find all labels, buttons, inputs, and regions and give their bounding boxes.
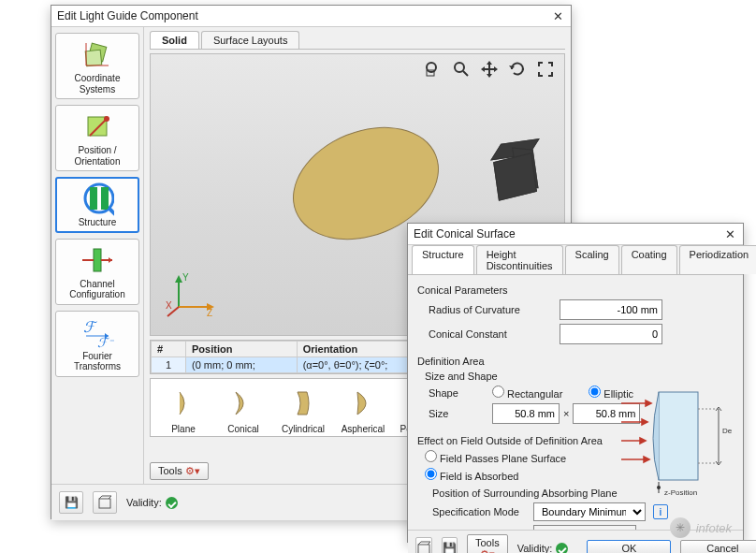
svg-marker-26	[481, 66, 485, 72]
gallery-label: Plane	[171, 424, 196, 434]
close-icon[interactable]: ✕	[550, 8, 565, 23]
size-w-input[interactable]	[492, 403, 560, 424]
save-icon[interactable]: 💾	[442, 537, 458, 553]
svg-text:Y: Y	[182, 272, 189, 283]
cell-pos: (0 mm; 0 mm;	[186, 357, 298, 373]
channel-icon	[80, 243, 114, 277]
col-idx[interactable]: #	[152, 342, 186, 357]
svg-marker-40	[646, 400, 651, 406]
sidebar-item-position[interactable]: Position / Orientation	[55, 105, 139, 171]
gallery-item-aspherical[interactable]: Aspherical	[334, 385, 392, 434]
save-icon[interactable]: 💾	[59, 491, 83, 514]
zoom-icon[interactable]	[452, 60, 471, 79]
cell-idx: 1	[152, 357, 186, 373]
svg-point-20	[455, 63, 464, 72]
size-label: Size	[429, 408, 485, 419]
tab-scaling[interactable]: Scaling	[565, 245, 619, 274]
svg-text:X: X	[166, 300, 172, 311]
tools-button[interactable]: Tools ⚙▾	[467, 534, 508, 554]
group-defarea: Definition Area	[417, 356, 734, 367]
svg-text:ℱ: ℱ	[83, 319, 98, 335]
zoom-area-icon[interactable]	[424, 60, 443, 79]
fourier-icon: ℱℱ⁻¹	[80, 315, 114, 349]
tab-surface-layouts[interactable]: Surface Layouts	[201, 31, 300, 49]
svg-rect-1	[85, 50, 102, 66]
box-icon[interactable]	[93, 491, 117, 514]
sidebar-item-label: Coordinate Systems	[58, 73, 137, 95]
tab-solid[interactable]: Solid	[150, 31, 199, 49]
tab-height[interactable]: Height Discontinuities	[476, 245, 563, 274]
gallery-item-plane[interactable]: Plane	[154, 385, 212, 434]
radio-passes[interactable]: Field Passes Plane Surface	[425, 450, 566, 464]
tab-structure[interactable]: Structure	[412, 245, 474, 274]
box-icon[interactable]	[415, 537, 432, 553]
cancel-button[interactable]: Cancel	[680, 540, 756, 553]
watermark-text: infotek	[696, 521, 732, 535]
aspherical-icon	[344, 385, 382, 422]
axes-triad-icon: YZX	[166, 264, 222, 320]
svg-text:ℱ⁻¹: ℱ⁻¹	[97, 335, 114, 349]
pan-icon[interactable]	[480, 60, 499, 79]
svg-marker-27	[494, 66, 498, 72]
group-conical: Conical Parameters	[417, 284, 734, 296]
radio-rect[interactable]: Rectangular	[492, 386, 562, 400]
info-icon[interactable]: i	[653, 504, 668, 519]
cylindrical-icon	[284, 385, 322, 422]
tools-label: Tools	[158, 465, 182, 476]
gallery-label: Conical	[227, 424, 258, 434]
conical-title: Edit Conical Surface	[414, 227, 722, 240]
svg-rect-8	[101, 187, 109, 210]
tools-icon: ⚙▾	[185, 465, 200, 476]
gallery-item-cylindrical[interactable]: Cylindrical	[274, 385, 332, 434]
svg-marker-44	[640, 438, 646, 444]
radio-rect-label: Rectangular	[507, 388, 562, 400]
conical-window: Edit Conical Surface ✕ Structure Height …	[407, 223, 744, 543]
close-icon[interactable]: ✕	[722, 226, 737, 241]
sidebar-item-coord[interactable]: Coordinate Systems	[55, 33, 139, 99]
definition-diagram: Def. Area z-Position	[610, 385, 732, 497]
radius-input[interactable]	[560, 299, 662, 320]
plane-icon	[165, 385, 202, 422]
reset-icon[interactable]	[508, 60, 527, 79]
subgroup-sizeshape: Size and Shape	[425, 371, 734, 382]
validity-indicator: Validity:	[517, 543, 569, 554]
svg-marker-46	[644, 457, 649, 462]
col-position[interactable]: Position	[186, 342, 298, 357]
sidebar-item-label: Fourier Transforms	[58, 351, 137, 372]
viewport-toolbar	[424, 60, 555, 79]
nav-cube[interactable]	[490, 149, 539, 197]
shape-label: Shape	[429, 387, 485, 399]
svg-text:Def. Area: Def. Area	[722, 427, 732, 435]
tab-coating[interactable]: Coating	[621, 245, 677, 274]
tools-button[interactable]: Tools ⚙▾	[150, 462, 209, 480]
sidebar-item-channel[interactable]: Channel Configuration	[55, 239, 139, 305]
sidebar-item-label: Channel Configuration	[58, 279, 137, 300]
svg-marker-24	[487, 61, 492, 65]
constant-label: Conical Constant	[429, 328, 552, 340]
radius-label: Radius of Curvature	[429, 304, 552, 315]
main-titlebar: Edit Light Guide Component ✕	[51, 6, 571, 27]
svg-marker-30	[175, 275, 182, 283]
check-icon	[166, 497, 178, 509]
gallery-item-conical[interactable]: Conical	[214, 385, 272, 434]
wechat-icon: ✳	[670, 517, 691, 538]
sidebar-item-label: Position / Orientation	[58, 145, 137, 167]
radio-absorbed-label: Field is Absorbed	[440, 471, 518, 482]
svg-rect-7	[90, 187, 97, 210]
validity-label: Validity:	[517, 543, 553, 553]
fullscreen-icon[interactable]	[536, 60, 555, 79]
svg-text:z-Position: z-Position	[664, 488, 697, 497]
tools-icon: ⚙▾	[480, 548, 495, 554]
radio-passes-label: Field Passes Plane Surface	[440, 453, 566, 464]
side-tabs: Coordinate Systems Position / Orientatio…	[51, 27, 144, 484]
ok-button[interactable]: OK	[587, 540, 671, 553]
position-icon	[80, 109, 114, 143]
sidebar-item-fourier[interactable]: ℱℱ⁻¹ Fourier Transforms	[55, 311, 139, 377]
constant-input[interactable]	[560, 324, 662, 344]
tab-periodization[interactable]: Periodization	[679, 245, 756, 274]
spec-select[interactable]: Boundary Minimum	[533, 502, 646, 521]
view-tabs: Solid Surface Layouts	[150, 31, 565, 50]
svg-line-9	[109, 208, 114, 215]
radio-absorbed[interactable]: Field is Absorbed	[425, 468, 518, 482]
sidebar-item-structure[interactable]: Structure	[55, 177, 139, 233]
